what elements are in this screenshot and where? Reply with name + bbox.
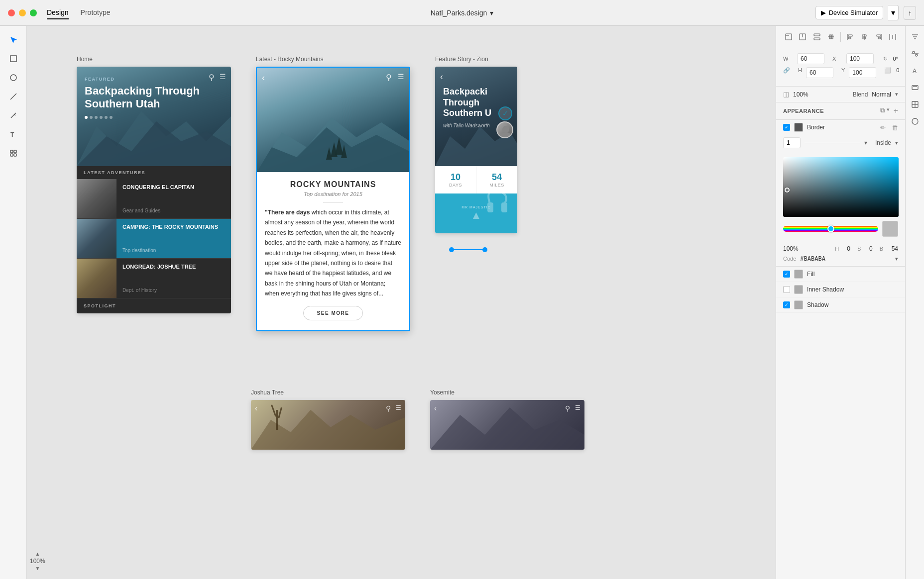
border-checkbox[interactable]: ✓ (783, 124, 790, 131)
back-icon[interactable]: ‹ (255, 404, 257, 413)
adventure-thumb-rocky (77, 219, 116, 258)
hue-slider[interactable] (783, 226, 878, 232)
align-top-center-icon[interactable] (796, 30, 809, 44)
border-position-dropdown[interactable]: ▾ (895, 140, 898, 146)
device-simulator-dropdown[interactable]: ▾ (888, 5, 899, 20)
filter-icon-2[interactable] (908, 47, 922, 61)
align-center-h-icon[interactable] (858, 30, 871, 44)
search-icon[interactable]: ⚲ (386, 404, 391, 412)
hue-thumb[interactable] (827, 225, 834, 232)
search-icon[interactable]: ⚲ (565, 404, 570, 412)
align-left-icon[interactable] (844, 30, 857, 44)
grid-icon[interactable] (908, 97, 922, 111)
add-appearance-icon[interactable]: + (894, 106, 898, 115)
link-dimensions-icon[interactable]: 🔗 (783, 67, 790, 74)
adventure-sub: Gear and Guides (122, 208, 225, 213)
menu-icon[interactable]: ☰ (220, 73, 226, 82)
menu-icon[interactable]: ☰ (396, 404, 401, 412)
text-tool[interactable]: T (5, 126, 21, 142)
pen-tool[interactable] (5, 107, 21, 123)
file-dropdown-icon[interactable]: ▾ (490, 9, 493, 17)
border-thickness-input[interactable] (783, 137, 801, 148)
adventure-list: CONQUERING EL CAPITAN Gear and Guides CA… (77, 179, 231, 313)
filter-icon-1[interactable] (908, 30, 922, 44)
article-frame-rocky[interactable]: ‹ ⚲ ☰ ROCKY MOUNTAINS Top destination fo… (256, 67, 410, 331)
inner-shadow-color-swatch[interactable] (794, 285, 803, 294)
y-input[interactable] (849, 67, 876, 78)
frame-yosemite: Yosemite ‹ ⚲ ☰ (430, 389, 584, 450)
color-preview[interactable] (882, 221, 898, 237)
list-item[interactable]: CAMPING: THE ROCKY MOUNTAINS Top destina… (77, 219, 231, 259)
align-full-icon[interactable] (824, 30, 837, 44)
border-color-swatch[interactable] (794, 123, 803, 132)
component-tool[interactable] (5, 145, 21, 161)
code-dropdown[interactable]: ▾ (895, 256, 898, 262)
minimize-button[interactable] (19, 9, 26, 16)
article-nav: ‹ ⚲ ☰ (262, 73, 404, 83)
circle-icon[interactable] (908, 114, 922, 128)
bottom-phone-yosemite[interactable]: ‹ ⚲ ☰ (430, 400, 584, 450)
titlebar: Design Prototype Natl_Parks.design ▾ ▶ D… (0, 0, 924, 26)
back-icon[interactable]: ‹ (434, 404, 437, 413)
device-simulator-button[interactable]: ▶ Device Simulator (815, 6, 883, 19)
alignment-toolbar (776, 26, 905, 48)
text-icon[interactable]: A (908, 64, 922, 78)
inner-shadow-checkbox[interactable] (783, 286, 790, 293)
adventure-thumb-joshua (77, 259, 116, 298)
list-item[interactable]: CONQUERING EL CAPITAN Gear and Guides (77, 179, 231, 219)
search-icon[interactable]: ⚲ (209, 73, 215, 82)
list-item[interactable]: LONGREAD: JOSHUE TREE Dept. of History (77, 259, 231, 298)
distribute-icon[interactable] (886, 30, 899, 44)
line-tool[interactable] (5, 89, 21, 104)
fill-checkbox[interactable]: ✓ (783, 271, 790, 278)
zion-frame[interactable]: ‹ BackpackiThroughSouthern U with Talin … (435, 67, 517, 233)
shadow-checkbox[interactable]: ✓ (783, 301, 790, 308)
menu-icon[interactable]: ☰ (575, 404, 580, 412)
close-button[interactable] (8, 9, 15, 16)
delete-border-icon[interactable]: 🗑 (892, 124, 898, 131)
phone-frame-home[interactable]: ⚲ ☰ FEATURED Backpacking Through Souther… (77, 67, 231, 313)
check-circle[interactable]: ✓ (498, 106, 512, 120)
dimensions-section: W X ↻ 0° 🔗 H Y ⬜ 0 (776, 48, 905, 87)
cursor-tool[interactable] (5, 32, 21, 48)
layers-icon[interactable] (908, 81, 922, 95)
align-right-icon[interactable] (872, 30, 885, 44)
circle-tool[interactable] (5, 70, 21, 86)
maximize-button[interactable] (30, 9, 37, 16)
shadow-label: Shadow (807, 301, 898, 308)
edit-border-icon[interactable]: ✏ (880, 124, 886, 131)
rectangle-tool[interactable] (5, 51, 21, 67)
article-title: ROCKY MOUNTAINS (265, 180, 401, 189)
height-input[interactable] (806, 67, 833, 78)
width-input[interactable] (797, 53, 824, 64)
avatar (496, 121, 513, 138)
align-bar-icon[interactable] (810, 30, 823, 44)
back-icon[interactable]: ‹ (440, 72, 443, 82)
inner-shadow-label: Inner Shadow (807, 286, 898, 293)
x-input[interactable] (846, 53, 874, 64)
search-icon[interactable]: ⚲ (386, 73, 392, 83)
zoom-down-icon[interactable]: ▼ (35, 566, 40, 571)
svg-marker-13 (77, 121, 231, 166)
blend-dropdown-icon[interactable]: ▾ (895, 91, 898, 97)
see-more-button[interactable]: SEE MORE (303, 306, 363, 320)
zoom-up-icon[interactable]: ▲ (35, 551, 40, 557)
color-picker-dot[interactable] (785, 188, 790, 193)
w-label: W (783, 56, 793, 62)
color-gradient[interactable] (783, 157, 899, 217)
share-button[interactable]: ↑ (904, 6, 916, 20)
canvas-area[interactable]: Home ⚲ ☰ (27, 26, 776, 579)
svg-rect-30 (786, 34, 792, 40)
align-top-left-icon[interactable] (782, 30, 795, 44)
fill-color-swatch[interactable] (794, 270, 803, 279)
border-thickness-dropdown[interactable]: ▾ (864, 139, 867, 146)
menu-icon[interactable]: ☰ (398, 73, 404, 83)
border-thickness-row: ▾ Inside ▾ (776, 135, 905, 152)
back-icon[interactable]: ‹ (262, 73, 265, 83)
copy-appearance-icon[interactable]: ⧉ (880, 106, 885, 115)
bottom-phone-joshua[interactable]: ‹ ⚲ ☰ (251, 400, 405, 450)
tab-prototype[interactable]: Prototype (81, 6, 111, 19)
dropdown-icon[interactable]: ▾ (887, 106, 890, 115)
tab-design[interactable]: Design (47, 6, 69, 19)
shadow-color-swatch[interactable] (794, 300, 803, 309)
